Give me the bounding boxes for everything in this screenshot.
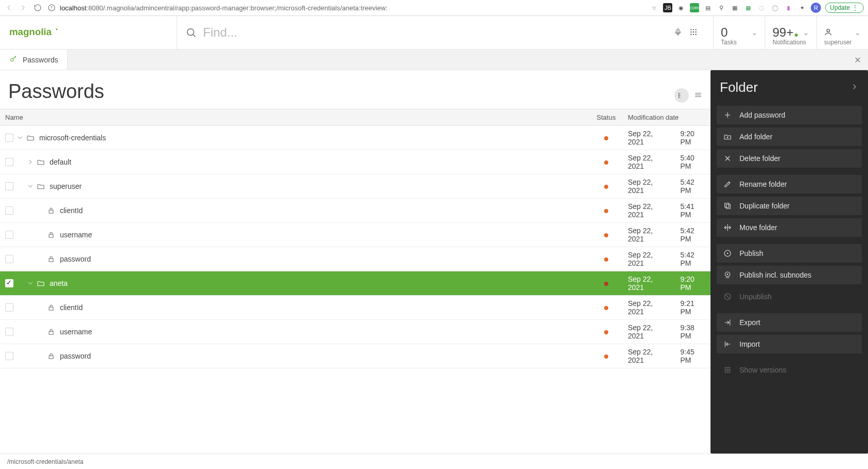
action-add-password[interactable]: Add password <box>717 106 862 124</box>
action-duplicate-folder[interactable]: Duplicate folder <box>717 197 862 215</box>
lock-icon <box>46 231 56 239</box>
nav-forward-icon[interactable] <box>19 3 28 12</box>
breadcrumb-footer: /microsoft-credentials/aneta <box>0 454 868 469</box>
action-publish[interactable]: Publish <box>717 244 862 263</box>
row-checkbox[interactable] <box>5 182 13 190</box>
extension-icon[interactable]: ◯ <box>770 3 780 12</box>
chevron-down-icon[interactable] <box>17 134 24 142</box>
row-checkbox[interactable] <box>5 158 13 166</box>
row-date: Sep 22, 2021 <box>628 178 668 195</box>
action-move-folder[interactable]: Move folder <box>717 218 862 237</box>
svg-point-47 <box>727 369 729 371</box>
extension-icon[interactable]: ▤ <box>703 3 713 12</box>
extension-icon[interactable]: ▮ <box>784 3 793 12</box>
app-tabbar: Passwords <box>0 50 868 70</box>
svg-point-14 <box>696 31 696 32</box>
extensions-puzzle-icon[interactable]: ✦ <box>797 3 807 12</box>
extension-icon[interactable]: ⚲ <box>717 3 726 12</box>
row-checkbox[interactable] <box>5 352 13 360</box>
row-checkbox[interactable] <box>5 231 13 239</box>
action-label: Delete folder <box>739 154 780 163</box>
export-icon <box>723 318 732 327</box>
table-row[interactable]: usernameSep 22, 20219:38 PM <box>0 320 711 344</box>
row-name: clientId <box>60 303 83 312</box>
camera-icon[interactable]: ◉ <box>676 3 686 12</box>
table-row[interactable]: anetaSep 22, 20219:20 PM <box>0 271 711 296</box>
row-date: Sep 22, 2021 <box>628 324 668 340</box>
bookmark-star-icon[interactable]: ☆ <box>650 3 659 12</box>
chevron-down-icon[interactable] <box>27 279 34 287</box>
action-publish-incl-subnodes[interactable]: Publish incl. subnodes <box>717 266 862 284</box>
extension-icon[interactable]: ▦ <box>744 3 753 12</box>
column-header-date[interactable]: Modification date <box>623 109 711 126</box>
action-export[interactable]: Export <box>717 313 862 332</box>
row-date: Sep 22, 2021 <box>628 227 668 243</box>
table-row[interactable]: usernameSep 22, 20215:42 PM <box>0 223 711 247</box>
row-name: superuser <box>50 182 82 190</box>
extension-icon[interactable]: JB <box>663 3 672 12</box>
svg-point-9 <box>691 29 691 29</box>
table-row[interactable]: clientIdSep 22, 20215:41 PM <box>0 199 711 223</box>
passwords-tree-table: Name Status Modification date microsoft-… <box>0 109 711 454</box>
chevron-right-icon[interactable] <box>27 158 34 166</box>
close-tab-button[interactable] <box>847 50 868 70</box>
nav-back-icon[interactable] <box>4 3 13 12</box>
magnolia-logo[interactable]: magnolia <box>0 16 177 49</box>
tab-passwords[interactable]: Passwords <box>0 50 68 70</box>
svg-line-6 <box>193 35 195 37</box>
url-host: localhost <box>60 4 86 12</box>
info-subs-icon <box>723 271 732 279</box>
row-time: 9:21 PM <box>681 299 706 316</box>
status-dot-icon <box>604 209 608 213</box>
row-checkbox[interactable] <box>5 303 13 312</box>
action-import[interactable]: Import <box>717 335 862 353</box>
update-button[interactable]: Update ⋮ <box>825 3 864 13</box>
cors-icon[interactable]: CORS <box>690 3 699 12</box>
table-row[interactable]: superuserSep 22, 20215:42 PM <box>0 174 711 199</box>
action-delete-folder[interactable]: Delete folder <box>717 149 862 168</box>
chevron-right-icon[interactable] <box>850 83 859 92</box>
user-panel[interactable]: superuser ⌄ <box>816 16 868 49</box>
address-bar[interactable]: localhost:8080/.magnolia/admincentral#ap… <box>48 4 641 12</box>
row-checkbox[interactable] <box>5 279 13 287</box>
status-dot-icon <box>604 185 608 189</box>
column-header-status[interactable]: Status <box>590 109 623 126</box>
side-panel-title: Folder <box>720 79 758 95</box>
row-date: Sep 22, 2021 <box>628 299 668 316</box>
row-date: Sep 22, 2021 <box>628 275 668 292</box>
search-input[interactable] <box>203 25 668 40</box>
action-unpublish: Unpublish <box>717 287 862 306</box>
status-dot-icon <box>604 282 608 286</box>
browser-toolbar: localhost:8080/.magnolia/admincentral#ap… <box>0 0 868 16</box>
tree-view-toggle[interactable] <box>674 88 689 103</box>
extension-icon[interactable]: ▦ <box>730 3 739 12</box>
column-header-name[interactable]: Name <box>0 109 590 126</box>
find-bar[interactable] <box>177 16 713 49</box>
row-checkbox[interactable] <box>5 134 13 142</box>
table-row[interactable]: passwordSep 22, 20219:45 PM <box>0 344 711 368</box>
row-checkbox[interactable] <box>5 206 13 215</box>
table-row[interactable]: microsoft-credentialsSep 22, 20219:20 PM <box>0 126 711 150</box>
extension-icon[interactable]: ◌ <box>757 3 766 12</box>
list-view-toggle[interactable] <box>694 91 702 101</box>
action-show-versions: Show versions <box>717 361 862 379</box>
svg-point-4 <box>56 28 57 30</box>
row-checkbox[interactable] <box>5 255 13 263</box>
notifications-panel[interactable]: 99+ Notifications ⌄ <box>765 16 816 49</box>
chevron-down-icon[interactable] <box>27 182 34 190</box>
table-row[interactable]: clientIdSep 22, 20219:21 PM <box>0 296 711 320</box>
profile-avatar[interactable]: R <box>811 3 821 13</box>
action-rename-folder[interactable]: Rename folder <box>717 175 862 193</box>
apps-grid-icon[interactable] <box>689 28 698 38</box>
row-name: username <box>60 328 92 336</box>
svg-point-17 <box>696 34 696 35</box>
row-time: 9:20 PM <box>681 275 706 292</box>
status-dot-icon <box>604 233 608 237</box>
voice-icon[interactable] <box>674 28 682 38</box>
tasks-panel[interactable]: 0 Tasks ⌄ <box>713 16 765 49</box>
row-checkbox[interactable] <box>5 328 13 336</box>
action-add-folder[interactable]: Add folder <box>717 127 862 146</box>
reload-icon[interactable] <box>33 3 42 12</box>
table-row[interactable]: defaultSep 22, 20215:40 PM <box>0 150 711 174</box>
table-row[interactable]: passwordSep 22, 20215:42 PM <box>0 247 711 271</box>
